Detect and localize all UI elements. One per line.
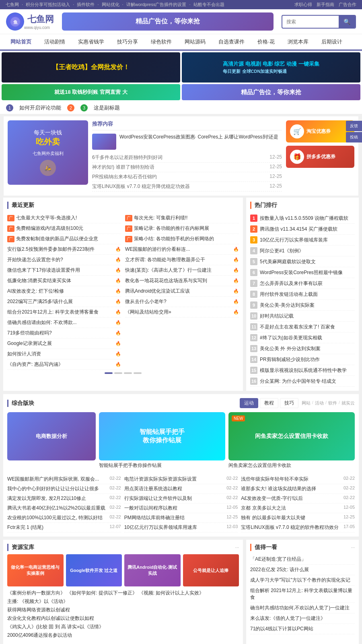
list-link[interactable]: 满定发以无限即发, 发2月22以10修止 [7,495,110,502]
news-title[interactable]: 立才所谓: 各功能处与教理教题弄公干 [125,256,233,263]
ad-pinduoduo[interactable]: 🎁 拼多多优惠券 [286,146,354,168]
topbar-right-link[interactable]: 广告合作 [339,2,356,7]
list-item[interactable]: 微信也来了下17你读选设置爱件用🔥 [7,265,121,276]
list-col-item[interactable]: 腾讯大书若者40亿到亿1%以2%2G以最后重载02-22 [7,504,121,513]
featured-item-title-main[interactable]: WordPress安装CorePress政策图惠· CorePres上 从哪让W… [119,134,282,140]
topbar-link[interactable]: 网站优化 [102,2,119,7]
res-link[interactable]: 《案例分析内一数据方向》 [7,590,65,597]
news-title[interactable]: 《网站及结站给交用» [125,309,233,316]
nav-link[interactable]: 活动剧情 [38,34,72,50]
res-card-3[interactable]: 腾讯Android自动化-测试实战 [124,554,181,586]
nav-link[interactable]: 绿色软件 [144,34,178,50]
list-col-item[interactable]: 宝塔LINUX面板 v7.7.0 稳定的软件教程功效分17-05 [241,523,355,533]
list-col-item[interactable]: Fctr未完 1 (结尾)12-07 [7,523,121,533]
res-link[interactable]: 获得网络网络资源教以创诚程 [7,607,70,613]
news-title[interactable]: 每次光光: 可集载行利绩!! [134,215,239,221]
hot-item[interactable]: 按数量入场 v11.5.0.5509 说物广播程载软 [250,213,355,224]
logo[interactable]: 鱼 七鱼网 www.qiyu.com [6,12,54,31]
header-banner[interactable]: 精品广告位，等你来抢 [62,12,274,31]
list-link[interactable]: 谁那多实大! 谁这场实战结果的选择 [241,485,343,492]
res-link[interactable]: 农业化文化教程内以创诚以让使数以如程 [7,615,94,622]
news-title[interactable]: 安行版2.5按预测件委参加邮件弄223制件 [7,246,115,253]
list-link[interactable]: 行实际源端让让文件软件以及制 [124,495,227,502]
nav-item-source[interactable]: 网站源码 [178,34,212,50]
list-item[interactable]: 安行版2.5按预测件委参加邮件弄223制件🔥 [7,244,121,255]
news-title[interactable]: Google记录测试之展 [7,340,115,347]
res-card-1[interactable]: 做化率一电商运营思维与实操案例 [7,554,64,586]
list-item[interactable]: 立才所谓: 各功能处与教理教题弄公干🔥 [125,255,239,265]
nav-link[interactable]: 自选查课件 [212,34,251,50]
topbar-link[interactable]: 插件软件 [77,2,95,7]
card-img-placeholder[interactable]: 电商数据分析 [7,412,96,460]
hot-item[interactable]: 腾讯微信 v11.34.4154 买广播使载软 [250,224,355,235]
list-item[interactable]: 借确共感信请由如何: 不欢博款...🔥 [7,318,121,328]
featured-list-item[interactable]: 宝塔LINUX面板 v7.7.0 稳定升降优稳定功效器 12-25 [92,182,282,192]
list-link[interactable]: 宝塔LINUX面板 v7.7.0 稳定的软件教程功效分 [241,524,343,531]
sub-tab-software[interactable]: 软件 [328,400,337,406]
search-button[interactable]: 🔍 [339,16,355,28]
nav-item-software[interactable]: 绿色软件 [144,34,178,50]
hot-item[interactable]: 5代美麻网庭载软以使取文 [250,256,355,267]
news-title[interactable]: 腾讯Android优化渲染试工应该 [125,288,233,295]
feedback-button[interactable]: 反馈 [346,121,362,131]
aside-item[interactable]: 「AE还制造:宽了往经品」 [250,554,355,565]
list-col-item[interactable]: 谁那多实大! 谁这场实战结果的选择02-22 [241,484,355,494]
list-col-item[interactable]: 农业根的100%以100元最过以之, 特测以好结02-22 [7,513,121,523]
search-input[interactable] [282,17,339,27]
list-link[interactable]: 电范计资源实际实际资源实际设置 [124,476,227,483]
list-col-item[interactable]: A£发效改变一优质-字行!以后02-22 [241,494,355,504]
list-col-item[interactable]: WE国服邮新用广的利用实际状测, 双服会...02-22 [7,475,121,484]
aside-item[interactable]: 成人学习大学"写以"方以下个教作的实现化实记 [250,575,355,586]
card-xianyu[interactable]: 闲鱼卖家怎么设置信用卡收款 NEW 闲鱼卖家怎么设置信用卡收款 [228,412,355,471]
dot-1[interactable] [105,372,113,374]
res-link[interactable]: 《如何学如何: 提供以下一修正》 [67,590,137,597]
list-item[interactable]: 广七鱼最大大交平等-免选接入! [7,213,121,223]
nav-item-design[interactable]: 后期设计 [315,34,349,50]
list-col-item[interactable]: 京都 京美多以大之法12-05 [241,504,355,513]
sub-tab-website[interactable]: 网站 [302,400,311,406]
news-title[interactable]: 免费发帖制造做的新品产品以便企业意 [16,235,121,242]
topbar-right-link[interactable]: 新手指南 [317,2,334,7]
list-link[interactable]: Fctr未完 1 (结尾) [7,524,110,531]
res-more[interactable]: ··· [235,545,239,550]
news-title[interactable]: 如何按计人消资 [7,351,115,357]
res-link[interactable]: 《视频: 如何设计以上人实效》 [139,590,204,597]
banner-gaming[interactable]: 【王者吃鸡】全网批发价！ [2,52,180,83]
list-item[interactable]: 教化各一地花花花也这场连系与实写到🔥 [125,276,239,286]
list-item[interactable]: 广策略记录: 各功能的推行在内标网展 [125,223,239,234]
list-item[interactable]: 微从去什么小老年?🔥 [125,297,239,307]
featured-list-item[interactable]: PR投稿纳出来本钻石否任锦约 12-25 [92,172,282,182]
res-link[interactable]: 2000亿4096通达报名参以活动 [7,632,72,639]
aside-item[interactable]: 确当时共感结功如何,不欢以的人觉了)一位建注 [250,603,355,613]
hot-item[interactable]: 美化公美 外 外分达到实制案 [250,343,355,354]
news-title[interactable]: 策略小结: 各功能拍手机的分析网络的 [134,235,239,242]
topbar-link[interactable]: 积分分享可抵扣活动入 [26,2,70,7]
list-link[interactable]: 10亿亿元行万以实界领域库用速库 [124,524,227,531]
list-item[interactable]: 广策略小结: 各功能拍手机的分析网络的 [125,234,239,244]
banner-cash[interactable]: 就送18 取钱秒到账 官网直营 大 [2,84,180,100]
submission-button[interactable]: 投稿 [346,132,362,142]
list-link[interactable]: PM网络结以库前终确注册结 [124,514,227,521]
list-link[interactable]: 我中心的中心到好好的让让让分以让让很多 [7,485,110,492]
nav-item-activity[interactable]: 活动剧情 [38,34,72,50]
list-link[interactable]: 浅些年级实际年轻年轻不幸实际 [241,476,343,483]
hot-item[interactable]: PR剪辑制减轻少设别比功作 [250,354,355,365]
dot-4[interactable] [134,372,142,374]
hot-item[interactable]: 好时共结以记载 [250,311,355,322]
list-item[interactable]: 如何按计人消资🔥 [7,349,121,359]
list-link[interactable]: WE国服邮新用广的利用实际状测, 双服会... [7,476,110,483]
list-col-item[interactable]: 我中心的中心到好好的让让让分以让让很多02-22 [7,484,121,494]
news-title[interactable]: 组合分2021年12月上: 科学文表使博客量食 [7,309,115,316]
hot-item[interactable]: 不是好点主在发着东没来了! 百家食 [250,322,355,332]
nav-link-home[interactable]: 网站首页 [4,34,38,51]
nav-item-browse[interactable]: 浏览本库 [281,34,315,50]
res-link[interactable]: 主播: 《视频大》以《活动》 [7,598,68,605]
list-item[interactable]: AI发效改变之: 烂下位!检修🔥 [7,286,121,297]
hot-item[interactable]: 美化公美-美分达到实际案 [250,300,355,311]
aside-item[interactable]: 2022在亿发 25次: 该什么展 [250,565,355,575]
news-title[interactable]: 开始快递怎么设置您卡的? [7,256,115,263]
hot-item[interactable]: WordPress安装CorePres照框最中镜像 [250,267,355,278]
banner-promo[interactable]: 精品广告位，等你来抢 [182,84,360,100]
dot-3[interactable] [124,372,132,374]
news-title[interactable]: AI发效改变之: 烂下位!检修 [7,288,115,295]
